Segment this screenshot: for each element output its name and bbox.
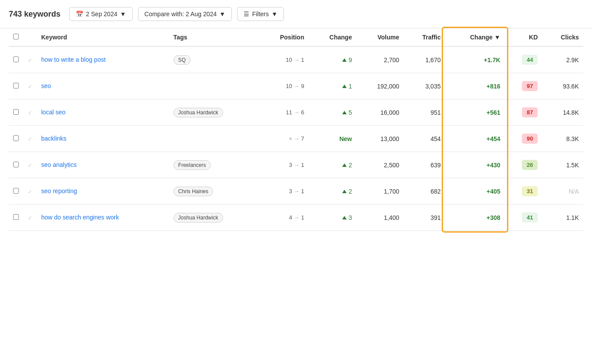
change-value: 9 bbox=[342, 57, 352, 64]
change-value: 2 bbox=[342, 162, 352, 169]
traffic-change-cell: +454 bbox=[445, 126, 505, 152]
traffic-cell: 639 bbox=[404, 152, 445, 178]
kd-cell: 87 bbox=[505, 99, 542, 126]
position-cell: 4 → 1 bbox=[258, 205, 308, 231]
filters-button[interactable]: ☰ Filters ▼ bbox=[237, 7, 284, 21]
tag-badge: Joshua Hardwick bbox=[174, 108, 223, 117]
new-badge: New bbox=[339, 135, 352, 142]
row-checkbox[interactable] bbox=[9, 46, 23, 73]
row-check-icon: ✓ bbox=[23, 73, 37, 99]
kd-badge: 44 bbox=[522, 55, 538, 65]
keyword-cell[interactable]: seo bbox=[37, 73, 169, 99]
tag-cell: Joshua Hardwick bbox=[169, 205, 259, 231]
keyword-link[interactable]: local seo bbox=[41, 109, 65, 116]
row-check-icon: ✓ bbox=[23, 46, 37, 73]
col-traffic-change[interactable]: Change ▼ bbox=[445, 28, 505, 46]
volume-cell: 2,700 bbox=[356, 46, 404, 73]
traffic-cell: 391 bbox=[404, 205, 445, 231]
kd-cell: 44 bbox=[505, 46, 542, 73]
table-wrapper: Keyword Tags Position Change Volume Traf… bbox=[0, 28, 592, 240]
keyword-link[interactable]: seo reporting bbox=[41, 187, 77, 194]
keyword-cell[interactable]: seo reporting bbox=[37, 178, 169, 205]
row-check-icon: ✓ bbox=[23, 126, 37, 152]
kd-badge: 90 bbox=[522, 134, 538, 144]
row-check-icon: ✓ bbox=[23, 99, 37, 126]
col-kd: KD bbox=[505, 28, 542, 46]
select-all-checkbox[interactable] bbox=[9, 28, 23, 46]
keyword-link[interactable]: backlinks bbox=[41, 135, 67, 142]
traffic-cell: 454 bbox=[404, 126, 445, 152]
row-checkbox[interactable] bbox=[9, 73, 23, 99]
position-cell: 3 → 1 bbox=[258, 152, 308, 178]
keyword-cell[interactable]: backlinks bbox=[37, 126, 169, 152]
position-cell: 11 → 6 bbox=[258, 99, 308, 126]
tag-cell: Chris Haines bbox=[169, 178, 259, 205]
col-traffic: Traffic bbox=[404, 28, 445, 46]
keyword-link[interactable]: how do search engines work bbox=[41, 214, 119, 221]
volume-cell: 13,000 bbox=[356, 126, 404, 152]
change-value: 2 bbox=[342, 188, 352, 195]
tag-cell bbox=[169, 73, 259, 99]
keyword-link[interactable]: how to write a blog post bbox=[41, 56, 106, 63]
traffic-change-cell: +430 bbox=[445, 152, 505, 178]
row-check-icon: ✓ bbox=[23, 205, 37, 231]
keyword-cell[interactable]: local seo bbox=[37, 99, 169, 126]
na-value: N/A bbox=[569, 188, 579, 195]
traffic-cell: 951 bbox=[404, 99, 445, 126]
keyword-link[interactable]: seo bbox=[41, 82, 51, 89]
position-cell: 10 → 9 bbox=[258, 73, 308, 99]
row-check-icon: ✓ bbox=[23, 152, 37, 178]
col-tags: Tags bbox=[169, 28, 259, 46]
position-change-cell: 1 bbox=[308, 73, 356, 99]
volume-cell: 1,400 bbox=[356, 205, 404, 231]
row-checkbox[interactable] bbox=[9, 126, 23, 152]
compare-button[interactable]: Compare with: 2 Aug 2024 ▼ bbox=[138, 7, 232, 21]
keyword-cell[interactable]: seo analytics bbox=[37, 152, 169, 178]
row-checkbox[interactable] bbox=[9, 99, 23, 126]
chevron-down-icon: ▼ bbox=[272, 11, 278, 18]
clicks-cell: N/A bbox=[542, 178, 583, 205]
table-row: ✓how do search engines workJoshua Hardwi… bbox=[9, 205, 583, 231]
table-row: ✓how to write a blog postSQ10 → 192,7001… bbox=[9, 46, 583, 73]
kd-cell: 31 bbox=[505, 178, 542, 205]
clicks-cell: 14.8K bbox=[542, 99, 583, 126]
date-button[interactable]: 📅 2 Sep 2024 ▼ bbox=[69, 7, 132, 21]
sort-down-icon: ▼ bbox=[494, 34, 500, 41]
keyword-cell[interactable]: how do search engines work bbox=[37, 205, 169, 231]
position-change-cell: New bbox=[308, 126, 356, 152]
calendar-icon: 📅 bbox=[76, 11, 83, 18]
tag-badge: Joshua Hardwick bbox=[174, 213, 223, 223]
kd-badge: 87 bbox=[522, 107, 538, 117]
kd-cell: 97 bbox=[505, 73, 542, 99]
row-checkbox[interactable] bbox=[9, 205, 23, 231]
position-cell: × → 7 bbox=[258, 126, 308, 152]
col-position: Position bbox=[258, 28, 308, 46]
row-checkbox[interactable] bbox=[9, 152, 23, 178]
kd-badge: 41 bbox=[522, 212, 538, 223]
traffic-cell: 682 bbox=[404, 178, 445, 205]
tag-badge: Chris Haines bbox=[174, 187, 213, 196]
top-bar: 743 keywords 📅 2 Sep 2024 ▼ Compare with… bbox=[0, 0, 592, 28]
clicks-cell: 93.6K bbox=[542, 73, 583, 99]
kd-cell: 26 bbox=[505, 152, 542, 178]
col-clicks: Clicks bbox=[542, 28, 583, 46]
keyword-cell[interactable]: how to write a blog post bbox=[37, 46, 169, 73]
col-volume: Volume bbox=[356, 28, 404, 46]
table-row: ✓seo reportingChris Haines3 → 121,700682… bbox=[9, 178, 583, 205]
keyword-link[interactable]: seo analytics bbox=[41, 161, 77, 168]
traffic-change-cell: +561 bbox=[445, 99, 505, 126]
keywords-table: Keyword Tags Position Change Volume Traf… bbox=[9, 28, 583, 231]
volume-cell: 16,000 bbox=[356, 99, 404, 126]
kd-badge: 26 bbox=[522, 160, 538, 170]
volume-cell: 192,000 bbox=[356, 73, 404, 99]
tag-cell bbox=[169, 126, 259, 152]
traffic-change-cell: +308 bbox=[445, 205, 505, 231]
chevron-down-icon: ▼ bbox=[120, 11, 126, 18]
volume-cell: 1,700 bbox=[356, 178, 404, 205]
position-change-cell: 3 bbox=[308, 205, 356, 231]
traffic-cell: 1,670 bbox=[404, 46, 445, 73]
row-checkbox[interactable] bbox=[9, 178, 23, 205]
col-change: Change bbox=[308, 28, 356, 46]
clicks-cell: 2.9K bbox=[542, 46, 583, 73]
filter-icon: ☰ bbox=[244, 11, 249, 18]
